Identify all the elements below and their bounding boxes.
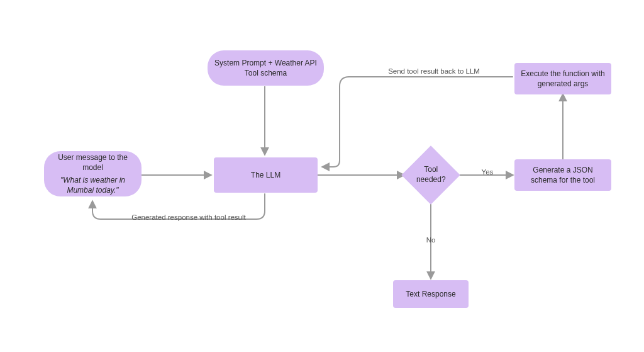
edge-label-no: No bbox=[421, 236, 440, 244]
node-text-response: Text Response bbox=[393, 280, 469, 308]
node-llm: The LLM bbox=[214, 157, 318, 193]
llm-text: The LLM bbox=[251, 170, 280, 180]
edge-label-generated-response: Generated response with tool result bbox=[116, 213, 261, 221]
user-message-title: User message to the model bbox=[50, 152, 135, 173]
generate-schema-text: Generate a JSON schema for the tool bbox=[521, 165, 605, 185]
user-message-quote: "What is weather in Mumbai today." bbox=[50, 175, 135, 195]
node-generate-schema: Generate a JSON schema for the tool bbox=[514, 159, 611, 191]
node-decision-tool-needed: Tool needed? bbox=[401, 145, 460, 204]
edge-label-yes: Yes bbox=[478, 168, 497, 176]
node-system-prompt: System Prompt + Weather API Tool schema bbox=[208, 50, 324, 86]
system-prompt-text: System Prompt + Weather API Tool schema bbox=[214, 58, 318, 78]
execute-function-text: Execute the function with generated args bbox=[521, 69, 605, 89]
node-execute-function: Execute the function with generated args bbox=[514, 63, 611, 94]
edge-label-send-back: Send tool result back to LLM bbox=[371, 67, 497, 75]
node-user-message: User message to the model "What is weath… bbox=[44, 151, 142, 196]
text-response-text: Text Response bbox=[406, 289, 455, 299]
decision-text: Tool needed? bbox=[410, 165, 452, 185]
